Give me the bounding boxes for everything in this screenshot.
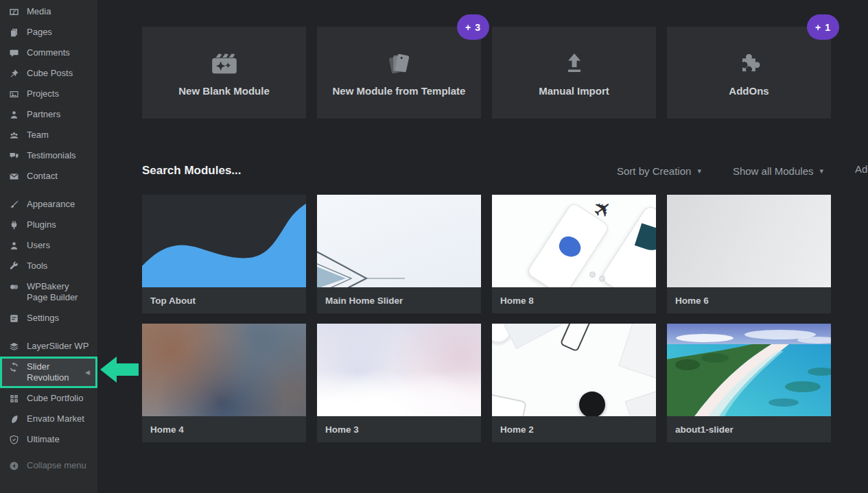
highlight-arrow-icon (100, 357, 139, 385)
chevron-down-icon: ▾ (819, 167, 823, 176)
user-icon (8, 240, 19, 251)
sidebar-item-tools[interactable]: Tools (0, 256, 97, 276)
papers-photo (625, 389, 656, 416)
sidebar-item-label: Comments (27, 47, 70, 58)
more-toolbar-label[interactable]: Add (855, 163, 868, 175)
sidebar-item-settings[interactable]: Settings (0, 308, 97, 328)
puzzle-icon (736, 49, 763, 78)
module-title: Top About (142, 287, 306, 313)
sidebar-item-testimonials[interactable]: Testimonials (0, 145, 97, 166)
addons-card[interactable]: + 1 AddOns (667, 27, 831, 119)
module-thumbnail (317, 195, 481, 287)
filter-dropdown[interactable]: Show all Modules ▾ (733, 165, 823, 177)
sidebar-item-pages[interactable]: Pages (0, 22, 97, 43)
papers-photo (618, 324, 656, 380)
admin-sidebar: Media Pages Comments Cube Posts Projects… (0, 0, 97, 493)
phone-photo (492, 393, 527, 416)
sidebar-group-content: Media Pages Comments Cube Posts Projects… (0, 1, 97, 187)
new-blank-module-card[interactable]: New Blank Module (142, 27, 306, 119)
module-card-home-3[interactable]: Home 3 (317, 324, 481, 442)
sync-icon (8, 361, 19, 372)
brush-icon (8, 199, 19, 210)
settings-icon (8, 313, 19, 324)
sidebar-item-users[interactable]: Users (0, 235, 97, 256)
phone-photo (560, 324, 592, 352)
sidebar-item-envato-market[interactable]: Envato Market (0, 409, 97, 429)
module-title: Home 6 (667, 287, 831, 313)
sidebar-item-media[interactable]: Media (0, 1, 97, 22)
sidebar-item-slider-revolution[interactable]: Slider Revolution ◀ (0, 357, 97, 388)
camera-lens-photo (579, 392, 605, 416)
module-title: Home 3 (317, 416, 481, 442)
sidebar-item-layerslider-wp[interactable]: LayerSlider WP (0, 336, 97, 357)
sidebar-item-label: Testimonials (27, 150, 76, 161)
module-actions-row: New Blank Module + 3 New Module from Tem… (142, 27, 832, 119)
testimonials-icon (8, 150, 19, 161)
module-thumbnail: ✈ (492, 195, 656, 287)
sidebar-item-label: Team (27, 130, 49, 141)
sidebar-item-team[interactable]: Team (0, 125, 97, 145)
search-modules-input[interactable]: Search Modules... (142, 164, 242, 178)
module-thumbnail (142, 324, 306, 416)
media-icon (8, 6, 19, 17)
email-icon (8, 171, 19, 182)
papers-photo (504, 324, 561, 349)
module-title: Home 8 (492, 287, 656, 313)
sidebar-item-cube-portfolio[interactable]: Cube Portfolio (0, 388, 97, 409)
sidebar-item-ultimate[interactable]: Ultimate (0, 429, 97, 450)
new-module-from-template-card[interactable]: + 3 New Module from Template (317, 27, 481, 119)
sidebar-item-label: Users (27, 240, 50, 251)
earbud-photo (589, 272, 596, 278)
module-thumbnail (142, 195, 306, 287)
module-thumbnail (667, 195, 831, 287)
plugin-icon (8, 219, 19, 230)
action-card-label: New Blank Module (178, 85, 270, 97)
sidebar-item-cube-posts[interactable]: Cube Posts (0, 63, 97, 84)
sidebar-item-label: Slider Revolution (27, 361, 92, 383)
sidebar-item-plugins[interactable]: Plugins (0, 215, 97, 235)
wpbakery-icon (8, 281, 19, 292)
layers-icon (8, 341, 19, 352)
sidebar-item-wpbakery-page-builder[interactable]: WPBakery Page Builder (0, 276, 97, 308)
sidebar-item-label: Envato Market (27, 413, 84, 424)
sidebar-item-comments[interactable]: Comments (0, 43, 97, 63)
shield-icon (8, 434, 19, 445)
upload-icon (562, 49, 587, 78)
sidebar-item-label: Settings (27, 313, 59, 324)
sidebar-item-label: Tools (27, 261, 47, 272)
submenu-collapse-icon[interactable]: ◀ (85, 367, 90, 378)
template-count-badge: + 3 (457, 14, 489, 40)
modules-toolbar: Search Modules... Sort by Creation ▾ Sho… (142, 161, 832, 180)
module-card-home-6[interactable]: Home 6 (667, 195, 831, 313)
module-card-home-2[interactable]: Home 2 (492, 324, 656, 442)
sidebar-item-label: Media (27, 6, 51, 17)
sidebar-item-label: Cube Portfolio (27, 393, 83, 404)
sidebar-group-plugins: LayerSlider WP Slider Revolution ◀ Cube … (0, 336, 97, 450)
module-title: Main Home Slider (317, 287, 481, 313)
module-card-main-home-slider[interactable]: Main Home Slider (317, 195, 481, 313)
sidebar-item-projects[interactable]: Projects (0, 84, 97, 104)
chevron-down-icon: ▾ (697, 167, 701, 176)
sort-dropdown[interactable]: Sort by Creation ▾ (617, 165, 701, 177)
sidebar-item-label: Ultimate (27, 434, 60, 445)
grid-icon (8, 393, 19, 404)
collapse-menu-label: Collapse menu (27, 460, 86, 471)
action-card-label: AddOns (729, 85, 769, 97)
sidebar-item-partners[interactable]: Partners (0, 104, 97, 125)
collapse-menu-button[interactable]: Collapse menu (0, 455, 97, 476)
module-title: Home 2 (492, 416, 656, 442)
sidebar-item-appearance[interactable]: Appearance (0, 194, 97, 215)
pages-icon (8, 27, 19, 38)
module-card-top-about[interactable]: Top About (142, 195, 306, 313)
sidebar-group-admin: Appearance Plugins Users Tools WPBakery … (0, 194, 97, 328)
sidebar-item-label: Appearance (27, 199, 75, 210)
module-card-about1-slider[interactable]: about1-slider (667, 324, 831, 442)
module-card-home-4[interactable]: Home 4 (142, 324, 306, 442)
manual-import-card[interactable]: Manual Import (492, 27, 656, 119)
module-title: Home 4 (142, 416, 306, 442)
person-icon (8, 109, 19, 120)
image-icon (8, 88, 19, 99)
sidebar-item-contact[interactable]: Contact (0, 166, 97, 187)
module-card-home-8[interactable]: ✈ Home 8 (492, 195, 656, 313)
sort-dropdown-label: Sort by Creation (617, 165, 691, 177)
